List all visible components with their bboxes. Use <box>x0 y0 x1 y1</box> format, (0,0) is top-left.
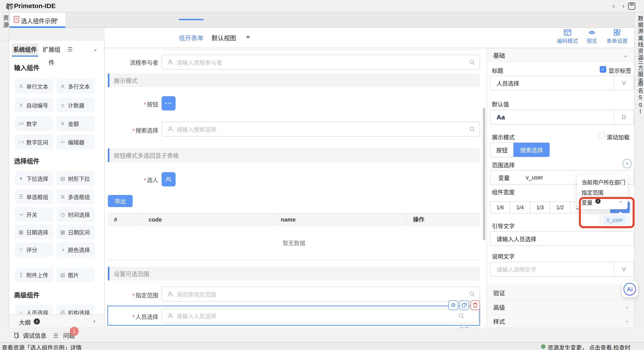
activity-resources-tab[interactable]: 资源 <box>2 15 10 29</box>
nav-back-icon[interactable]: ‹ <box>610 1 618 10</box>
palette-item-tree-select[interactable]: ▤树形下拉 <box>56 171 95 186</box>
multi-text-icon: A <box>60 83 66 89</box>
palette-item-date-range[interactable]: ▦日期区间 <box>56 225 95 239</box>
show-label-checkbox[interactable]: ✓ <box>600 66 606 73</box>
palette-item-multi-text[interactable]: A多行文本 <box>56 79 95 94</box>
palette-item-rate[interactable]: ☆评分 <box>15 242 53 257</box>
palette-item-counter[interactable]: ±计数器 <box>56 98 95 112</box>
width-option[interactable]: 1/2 <box>550 202 570 213</box>
component-copy-button[interactable] <box>460 300 469 310</box>
search-icon <box>469 291 475 297</box>
annotation-highlight-box <box>579 197 634 228</box>
tab-default-view[interactable]: 默认视图 <box>212 33 236 42</box>
table-header-row: # code name 操作 <box>108 213 480 226</box>
default-dynamic-toggle[interactable]: D <box>614 110 634 124</box>
status-resource-link[interactable]: 查看资源「选人组件示例」详情 <box>2 343 82 350</box>
palette-item-number[interactable]: 123数字 <box>15 116 53 131</box>
form-settings-button[interactable]: 表单设置 <box>602 29 632 44</box>
tab-extend-components[interactable]: 扩展组件 <box>40 44 63 56</box>
palette-collapse-icon[interactable]: ⌄ <box>93 46 98 53</box>
palette-item-image[interactable]: ▨图片 <box>56 267 95 282</box>
outline-bar[interactable]: 大纲 i › <box>9 314 104 328</box>
width-option[interactable]: 1/3 <box>530 202 550 213</box>
palette-item-switch[interactable]: ◖●开关 <box>15 207 53 222</box>
scroll-load-checkbox[interactable] <box>598 132 605 139</box>
doc-tab-label[interactable]: 选人组件示例 <box>21 17 56 25</box>
single-text-icon: A <box>18 83 24 89</box>
search-select-input[interactable]: 请输入搜索选择 <box>162 122 480 137</box>
dropdown-option-current-dept[interactable]: 当前用户所在部门 <box>577 178 628 186</box>
title-variable-toggle[interactable]: V <box>614 76 634 90</box>
palette-item-user-select[interactable]: ○人员选择 <box>15 305 53 314</box>
palette-item-time-picker[interactable]: ◷时间选择 <box>56 207 95 222</box>
palette-item-auto-number[interactable]: #自动编号 <box>15 98 53 112</box>
time-picker-icon: ◷ <box>60 212 66 218</box>
palette-item-select[interactable]: ▾下拉选择 <box>15 171 53 186</box>
palette-item-checkbox-group[interactable]: ≣多选框组 <box>56 189 95 204</box>
palette-item-color-picker[interactable]: ◑颜色选择 <box>56 242 95 257</box>
assign-range-input[interactable]: 请选择指定范围 <box>162 287 480 301</box>
mode-search-option[interactable]: 搜索选择 <box>513 143 550 157</box>
palette-item-radio-group[interactable]: ☰单选框组 <box>15 189 53 204</box>
title-input[interactable]: 人员选择 V <box>490 76 634 90</box>
export-button[interactable]: 导出 <box>108 195 132 207</box>
section-basic[interactable]: 基础 ⌄ <box>487 48 634 62</box>
width-option[interactable]: 1/4 <box>510 202 530 213</box>
table-empty-state: 暂无数据 <box>108 226 480 260</box>
debug-icon <box>13 331 20 338</box>
section-advanced[interactable]: 高级 › <box>487 300 634 314</box>
description-variable-toggle[interactable]: V <box>614 262 634 276</box>
nav-forward-icon[interactable]: › <box>620 1 627 10</box>
problems-badge: 1 <box>70 327 79 336</box>
search-icon <box>458 313 464 319</box>
outline-label: 大纲 <box>19 318 31 326</box>
component-delete-button[interactable] <box>470 300 480 310</box>
column-header-name: name <box>275 213 407 225</box>
person-icon <box>167 291 174 297</box>
ai-assistant-button[interactable]: Ai <box>622 281 638 297</box>
pick-person-button[interactable] <box>162 172 176 187</box>
person-select-input[interactable]: 请输入人员选择 <box>162 308 479 323</box>
view-api-link[interactable]: 查看Api <box>451 325 477 328</box>
guide-text-input[interactable]: 请输入人员选择 <box>490 231 634 246</box>
palette-item-single-text[interactable]: A单行文本 <box>15 79 53 94</box>
chevron-right-icon: › <box>626 318 628 324</box>
palette-menu-icon[interactable]: ☰ <box>68 46 72 53</box>
canvas-scrollbar[interactable] <box>483 108 485 240</box>
radio-group-icon: ☰ <box>18 194 24 200</box>
dropdown-option-assign-range[interactable]: 指定范围 <box>577 188 628 196</box>
picker-button[interactable]: ··· <box>162 96 176 110</box>
tab-lowcode-form[interactable]: 低开表单 <box>179 33 204 42</box>
palette-item-upload[interactable]: ↥附件上传 <box>15 267 53 282</box>
palette-item-number-range[interactable]: 1~3数字区间 <box>15 135 53 149</box>
status-change-message[interactable]: 资源发生变更， 点击查看,检查时间:15:57 <box>548 343 644 350</box>
debug-info-button[interactable]: 调试信息 <box>23 331 46 340</box>
strip-datasource-tab[interactable]: 数据源 <box>636 16 644 35</box>
add-view-button[interactable]: + <box>246 33 250 41</box>
default-value-input[interactable]: Aa D <box>490 110 634 125</box>
participant-input[interactable]: 请输入流程参与者 <box>162 55 480 70</box>
component-settings-button[interactable]: ⚙ <box>448 300 458 310</box>
mode-button-option[interactable]: 按钮 <box>490 143 513 157</box>
outline-info-icon[interactable]: i <box>34 318 40 324</box>
strip-third-party-tab[interactable]: 三方服务 <box>636 59 644 84</box>
width-option[interactable]: 1/6 <box>490 202 510 213</box>
save-icon[interactable] <box>628 2 636 10</box>
default-value-label: 默认值 <box>492 100 509 108</box>
palette-item-currency[interactable]: ¥金额 <box>56 116 95 131</box>
description-input[interactable]: 请输入说明文字 V <box>490 262 634 277</box>
tab-system-components[interactable]: 系统组件 <box>12 44 38 56</box>
outline-expand-icon[interactable]: › <box>94 317 95 324</box>
auto-number-icon: # <box>18 102 24 108</box>
number-icon: 123 <box>18 122 24 125</box>
palette-item-date-picker[interactable]: ▦日期选择 <box>15 225 53 239</box>
strip-named-sql-tab[interactable]: 命名Sql <box>636 81 644 115</box>
strip-offline-resource-tab[interactable]: 离线资源 <box>636 35 644 61</box>
upload-icon: ↥ <box>18 272 24 278</box>
palette-item-editor[interactable]: A≡编辑器 <box>56 135 95 149</box>
doc-tab-close-icon[interactable]: × <box>55 16 58 23</box>
palette-item-org-select[interactable]: 品机构选择 <box>56 305 95 314</box>
section-style[interactable]: 样式 › <box>487 314 634 328</box>
section-validation[interactable]: 验证 › <box>487 285 634 300</box>
add-range-icon[interactable]: + <box>622 159 632 168</box>
